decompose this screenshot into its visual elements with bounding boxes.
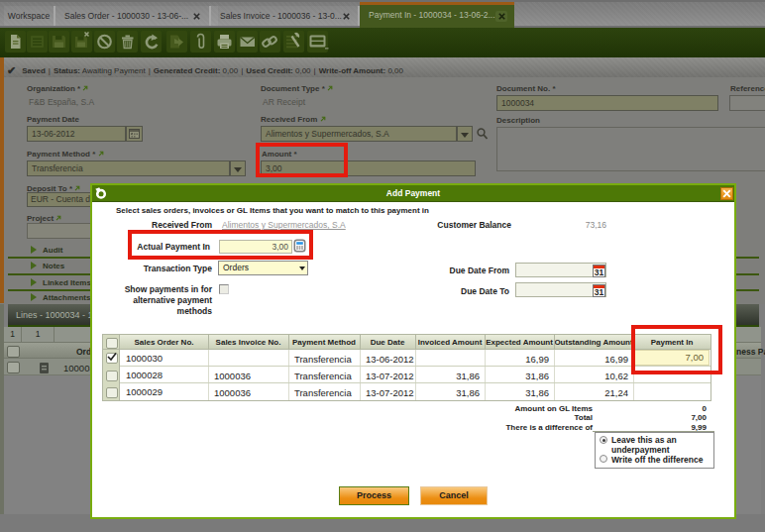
svg-text:31: 31 [595,267,604,277]
svg-text:31: 31 [595,287,604,297]
